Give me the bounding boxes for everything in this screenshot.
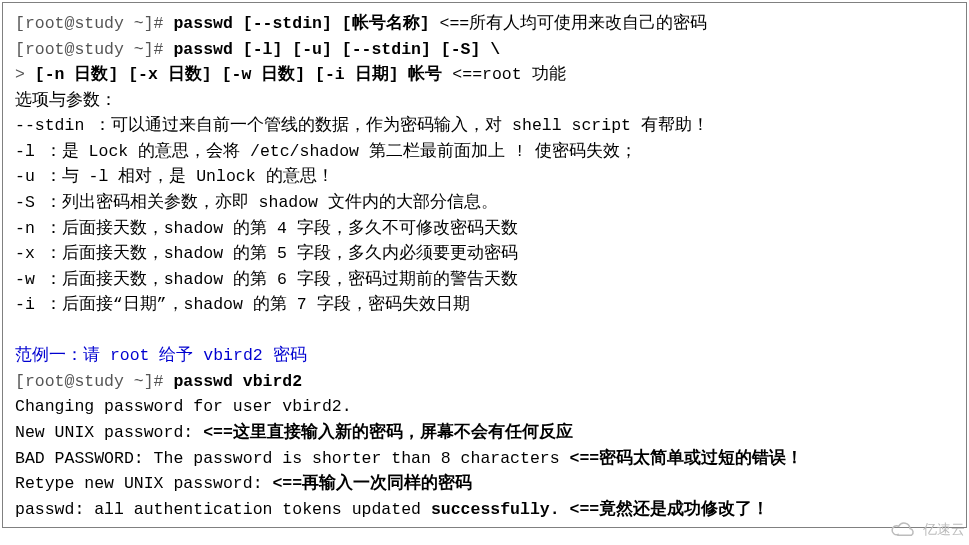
prompt: [root@study ~]# (15, 40, 173, 59)
blank (15, 318, 954, 344)
out: Retype new UNIX password: (15, 474, 272, 493)
hint: <==竟然还是成功修改了！ (560, 500, 770, 519)
watermark-text: 亿速云 (923, 519, 965, 541)
line-8: -S ：列出密码相关参数，亦即 shadow 文件内的大部分信息。 (15, 190, 954, 216)
line-17: New UNIX password: <==这里直接输入新的密码，屏幕不会有任何… (15, 420, 954, 446)
line-11: -w ：后面接天数，shadow 的第 6 字段，密码过期前的警告天数 (15, 267, 954, 293)
line-15: [root@study ~]# passwd vbird2 (15, 369, 954, 395)
rem: <==root 功能 (442, 65, 565, 84)
watermark: 亿速云 (889, 519, 965, 541)
example-title: 范例一：请 root 给予 vbird2 密码 (15, 343, 954, 369)
cmd: [-n 日数] [-x 日数] [-w 日数] [-i 日期] 帐号 (35, 65, 443, 84)
line-4: 选项与参数： (15, 88, 954, 114)
hint: <==密码太简单或过短的错误！ (570, 449, 804, 468)
line-2: [root@study ~]# passwd [-l] [-u] [--stdi… (15, 37, 954, 63)
hint: <==再输入一次同样的密码 (272, 474, 472, 493)
line-19: Retype new UNIX password: <==再输入一次同样的密码 (15, 471, 954, 497)
out: New UNIX password: (15, 423, 203, 442)
cmd: passwd [-l] [-u] [--stdin] [-S] \ (173, 40, 500, 59)
line-1: [root@study ~]# passwd [--stdin] [帐号名称] … (15, 11, 954, 37)
line-12: -i ：后面接“日期”，shadow 的第 7 字段，密码失效日期 (15, 292, 954, 318)
code-box: [root@study ~]# passwd [--stdin] [帐号名称] … (2, 2, 967, 528)
cmd: passwd [--stdin] [帐号名称] (173, 14, 429, 33)
line-7: -u ：与 -l 相对，是 Unlock 的意思！ (15, 164, 954, 190)
line-5: --stdin ：可以通过来自前一个管线的数据，作为密码输入，对 shell s… (15, 113, 954, 139)
line-6: -l ：是 Lock 的意思，会将 /etc/shadow 第二栏最前面加上 !… (15, 139, 954, 165)
hint: <==这里直接输入新的密码，屏幕不会有任何反应 (203, 423, 573, 442)
cont: > (15, 65, 35, 84)
line-16: Changing password for user vbird2. (15, 394, 954, 420)
line-18: BAD PASSWORD: The password is shorter th… (15, 446, 954, 472)
cmd: passwd vbird2 (173, 372, 302, 391)
out: BAD PASSWORD: The password is shorter th… (15, 449, 570, 468)
line-20: passwd: all authentication tokens update… (15, 497, 954, 523)
rem: <==所有人均可使用来改自己的密码 (430, 14, 708, 33)
line-3: > [-n 日数] [-x 日数] [-w 日数] [-i 日期] 帐号 <==… (15, 62, 954, 88)
prompt: [root@study ~]# (15, 372, 173, 391)
out: passwd: all authentication tokens update… (15, 500, 431, 519)
line-9: -n ：后面接天数，shadow 的第 4 字段，多久不可修改密码天数 (15, 216, 954, 242)
success: successfully. (431, 500, 560, 519)
line-10: -x ：后面接天数，shadow 的第 5 字段，多久内必须要更动密码 (15, 241, 954, 267)
prompt: [root@study ~]# (15, 14, 173, 33)
cloud-icon (889, 521, 919, 539)
